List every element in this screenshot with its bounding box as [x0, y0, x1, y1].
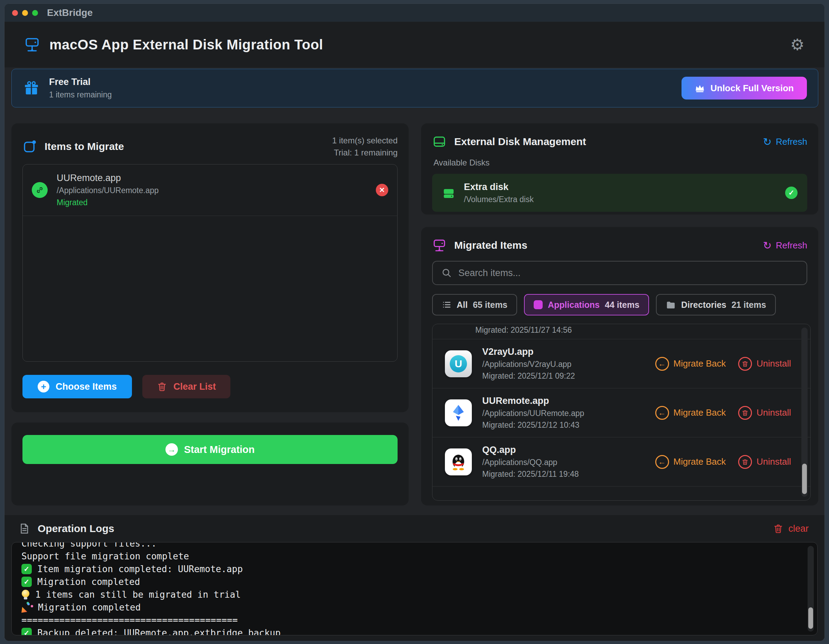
window-controls [12, 10, 38, 16]
items-to-migrate-title: Items to Migrate [44, 140, 124, 152]
refresh-migrated-button[interactable]: ↻ Refresh [763, 240, 807, 251]
scrollbar-thumb[interactable] [802, 464, 807, 494]
migrated-drive-icon [432, 238, 447, 253]
log-line: ✓ Migration completed [21, 575, 817, 588]
arrow-left-icon: ← [655, 406, 669, 420]
uninstall-label: Uninstall [757, 456, 791, 467]
table-row: U V2rayU.app /Applications/V2rayU.app Mi… [432, 339, 810, 388]
log-line: Support file migration complete [21, 550, 817, 562]
scrollbar-track[interactable] [808, 546, 814, 631]
start-migration-panel: → Start Migration [11, 423, 409, 505]
item-name: QQ.app [482, 445, 579, 455]
item-path: /Applications/UURemote.app [482, 409, 584, 418]
migrated-items-list[interactable]: Migrated: 2025/11/27 14:56 U V2rayU.app … [432, 324, 811, 500]
migrated-items-title: Migrated Items [454, 240, 528, 251]
party-emoji-icon [21, 602, 33, 613]
filter-all[interactable]: All 65 items [432, 294, 517, 316]
clear-list-label: Clear List [173, 381, 216, 392]
clear-logs-label: clear [788, 523, 809, 534]
selected-count-text: 1 item(s) selected [332, 134, 397, 147]
disk-name: Extra disk [464, 182, 534, 193]
disk-path: /Volumes/Extra disk [464, 195, 534, 204]
disk-management-panel: External Disk Management ↻ Refresh Avail… [421, 123, 818, 215]
search-icon [441, 267, 452, 278]
refresh-migrated-label: Refresh [776, 240, 807, 251]
filter-applications[interactable]: Applications 44 items [524, 294, 649, 316]
table-row: UURemote.app /Applications/UURemote.app … [432, 388, 810, 437]
bulb-emoji-icon [21, 590, 30, 600]
migrate-back-button[interactable]: ← Migrate Back [655, 406, 726, 420]
check-emoji-icon: ✓ [21, 577, 32, 587]
uninstall-label: Uninstall [757, 407, 791, 418]
refresh-icon: ↻ [763, 136, 772, 148]
migrate-back-label: Migrate Back [673, 358, 726, 369]
trash-icon [738, 455, 752, 469]
list-item[interactable]: UURemote.app /Applications/UURemote.app … [23, 164, 397, 216]
scrollbar-track[interactable] [801, 328, 808, 497]
close-window-button[interactable] [12, 10, 18, 16]
available-disks-label: Available Disks [433, 158, 806, 167]
migrated-items-panel: Migrated Items ↻ Refresh [421, 227, 818, 505]
item-status: Migrated [57, 198, 159, 207]
disk-selected-check-icon: ✓ [785, 186, 797, 199]
crown-icon [695, 84, 705, 93]
choose-items-label: Choose Items [56, 381, 117, 392]
log-line: 1 items can still be migrated in trial [21, 588, 817, 601]
filter-directories[interactable]: Directories 21 items [656, 294, 776, 316]
trash-icon [773, 523, 783, 534]
migrate-items-list: UURemote.app /Applications/UURemote.app … [22, 164, 397, 362]
uninstall-button[interactable]: Uninstall [738, 406, 791, 420]
choose-items-button[interactable]: + Choose Items [22, 375, 132, 398]
migrate-back-button[interactable]: ← Migrate Back [655, 455, 726, 469]
check-emoji-icon: ✓ [21, 628, 32, 636]
applications-icon [534, 300, 543, 309]
filter-directories-count: 21 items [731, 300, 766, 310]
remove-item-button[interactable]: ✕ [376, 184, 388, 196]
titlebar: ExtBridge [5, 4, 824, 22]
filter-all-label: All [457, 300, 468, 310]
uninstall-button[interactable]: Uninstall [738, 455, 791, 469]
external-drive-icon [24, 36, 40, 53]
folder-icon [666, 300, 676, 310]
search-input[interactable] [459, 268, 798, 278]
refresh-disks-button[interactable]: ↻ Refresh [763, 136, 807, 148]
check-emoji-icon: ✓ [21, 564, 32, 574]
item-path: /Applications/QQ.app [482, 458, 579, 467]
log-separator: ======================================== [21, 614, 817, 627]
partial-row-date: Migrated: 2025/11/27 14:56 [432, 324, 810, 339]
scrollbar-thumb[interactable] [808, 608, 813, 629]
filter-all-count: 65 items [473, 300, 507, 310]
page-title: macOS App External Disk Migration Tool [49, 37, 323, 52]
app-window: ExtBridge macOS App External Disk Migrat… [4, 3, 825, 641]
start-migration-button[interactable]: → Start Migration [22, 435, 397, 464]
items-to-migrate-panel: Items to Migrate 1 item(s) selected Tria… [11, 123, 409, 412]
disk-row-extra-disk[interactable]: Extra disk /Volumes/Extra disk ✓ [432, 174, 807, 212]
log-output[interactable]: Checking support files... Support file m… [11, 542, 818, 635]
log-line: ✓ Backup deleted: UURemote.app.extbridge… [21, 627, 817, 635]
arrow-right-icon: → [165, 443, 178, 456]
migrate-back-button[interactable]: ← Migrate Back [655, 357, 726, 371]
clear-list-button[interactable]: Clear List [142, 375, 230, 398]
trial-items-remaining: 1 items remaining [49, 90, 112, 99]
item-name: UURemote.app [57, 173, 159, 183]
app-name: ExtBridge [47, 7, 93, 18]
unlock-label: Unlock Full Version [711, 83, 794, 94]
minimize-window-button[interactable] [22, 10, 28, 16]
log-line: Checking support files... [21, 542, 817, 550]
gift-icon [24, 80, 39, 96]
settings-gear-icon[interactable]: ⚙ [790, 36, 804, 52]
filter-directories-label: Directories [681, 300, 727, 310]
uninstall-button[interactable]: Uninstall [738, 357, 791, 371]
disk-management-title: External Disk Management [454, 136, 586, 148]
unlock-full-version-button[interactable]: Unlock Full Version [681, 77, 807, 99]
log-line: ✓ Item migration completed: UURemote.app [21, 562, 817, 575]
close-icon: ✕ [379, 186, 385, 194]
plus-icon: + [38, 381, 49, 393]
free-trial-banner: Free Trial 1 items remaining Unlock Full… [11, 69, 818, 107]
migrate-back-label: Migrate Back [673, 456, 726, 467]
trash-icon [157, 381, 167, 392]
search-box [432, 261, 807, 285]
zoom-window-button[interactable] [32, 10, 38, 16]
clear-logs-button[interactable]: clear [773, 523, 809, 534]
operation-logs-title: Operation Logs [38, 523, 114, 535]
